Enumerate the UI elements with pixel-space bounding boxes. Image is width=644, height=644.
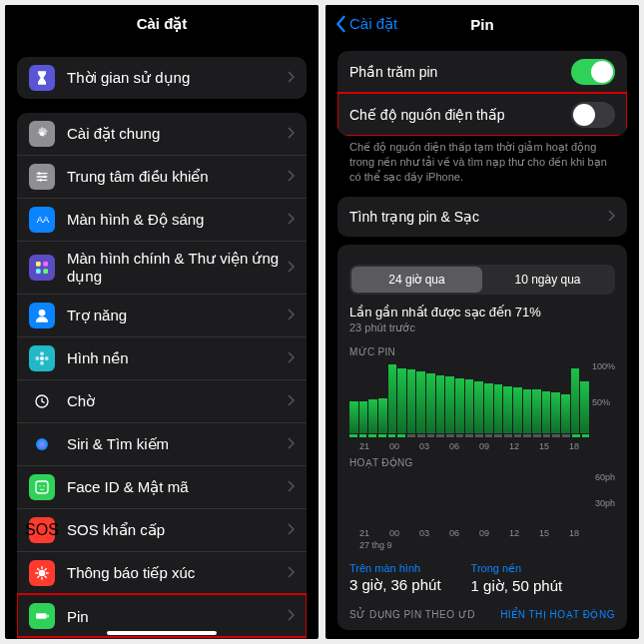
chevron-right-icon bbox=[287, 564, 295, 582]
settings-row-person[interactable]: Trợ năng bbox=[17, 294, 307, 336]
y-axis-labels: 100%50% bbox=[592, 361, 615, 433]
y-axis-labels: 60ph30ph bbox=[595, 472, 615, 524]
row-low-power-mode[interactable]: Chế độ nguồn điện thấp bbox=[337, 93, 627, 136]
svg-rect-5 bbox=[36, 262, 41, 267]
settings-row-clock[interactable]: Chờ bbox=[17, 379, 307, 422]
svg-rect-21 bbox=[36, 613, 47, 618]
svg-rect-6 bbox=[43, 262, 48, 267]
sun-icon: AA bbox=[29, 207, 55, 233]
clock-icon bbox=[29, 388, 55, 414]
chart-title: Lần gần nhất được sạc đến 71% bbox=[349, 305, 615, 320]
battery-content[interactable]: Phần trăm pin Chế độ nguồn điện thấp Chế… bbox=[325, 43, 639, 639]
home-indicator[interactable] bbox=[107, 631, 217, 635]
settings-row-siri[interactable]: Siri & Tìm kiếm bbox=[17, 422, 307, 465]
settings-row-sos[interactable]: SOSSOS khẩn cấp bbox=[17, 508, 307, 551]
row-label: Hình nền bbox=[67, 349, 287, 367]
svg-point-9 bbox=[39, 310, 46, 317]
low-power-footnote: Chế độ nguồn điện thấp tạm thời giảm hoạ… bbox=[337, 140, 627, 185]
svg-rect-8 bbox=[43, 269, 48, 274]
show-activity-button[interactable]: HIỂN THỊ HOẠT ĐỘNG bbox=[500, 609, 615, 620]
row-label: Tình trạng pin & Sạc bbox=[349, 209, 607, 225]
chevron-right-icon bbox=[607, 208, 615, 226]
row-label: Chế độ nguồn điện thấp bbox=[349, 107, 571, 123]
settings-row-hand[interactable]: Quyền riêng tư & Bảo mật bbox=[17, 637, 307, 639]
chevron-right-icon bbox=[287, 168, 295, 186]
chevron-right-icon bbox=[287, 259, 295, 277]
toggle-low-power-mode[interactable] bbox=[571, 102, 615, 128]
row-label: Thông báo tiếp xúc bbox=[67, 564, 287, 582]
segment-24h[interactable]: 24 giờ qua bbox=[351, 267, 482, 293]
svg-point-13 bbox=[35, 356, 39, 360]
segment-10d[interactable]: 10 ngày qua bbox=[482, 267, 613, 293]
settings-list[interactable]: Thời gian sử dụngCài đặt chungTrung tâm … bbox=[5, 43, 319, 639]
chevron-left-icon bbox=[333, 15, 347, 33]
usage-footer: SỬ DỤNG PIN THEO ƯD HIỂN THỊ HOẠT ĐỘNG bbox=[349, 609, 615, 620]
settings-row-sliders[interactable]: Trung tâm điều khiển bbox=[17, 155, 307, 198]
svg-rect-22 bbox=[47, 615, 48, 618]
row-label: Thời gian sử dụng bbox=[67, 69, 287, 87]
chart-subtitle: 23 phút trước bbox=[349, 322, 615, 334]
battery-chart-card: 24 giờ qua 10 ngày qua Lần gần nhất được… bbox=[337, 245, 627, 630]
segmented-control[interactable]: 24 giờ qua 10 ngày qua bbox=[349, 265, 615, 295]
gear-icon bbox=[29, 121, 55, 147]
svg-point-1 bbox=[38, 172, 41, 175]
settings-row-faceid[interactable]: Face ID & Mật mã bbox=[17, 465, 307, 508]
row-label: Cài đặt chung bbox=[67, 125, 287, 143]
svg-point-20 bbox=[39, 570, 46, 577]
stat-screen-on: Trên màn hình 3 giờ, 36 phút bbox=[349, 562, 441, 595]
back-label: Cài đặt bbox=[349, 15, 397, 33]
svg-rect-17 bbox=[36, 481, 48, 493]
battery-level-chart: 100%50% bbox=[349, 361, 615, 433]
siri-icon bbox=[29, 431, 55, 457]
toggle-battery-percentage[interactable] bbox=[571, 59, 615, 85]
svg-point-19 bbox=[43, 485, 44, 486]
svg-rect-7 bbox=[36, 269, 41, 274]
chevron-right-icon bbox=[287, 392, 295, 410]
battery-icon bbox=[29, 603, 55, 629]
settings-row-gear[interactable]: Cài đặt chung bbox=[17, 113, 307, 155]
row-battery-percentage[interactable]: Phần trăm pin bbox=[337, 51, 627, 93]
x-date-label: 27 thg 9 bbox=[349, 540, 615, 550]
settings-row-grid[interactable]: Màn hình chính & Thư viện ứng dụng bbox=[17, 241, 307, 294]
hourglass-icon bbox=[29, 65, 55, 91]
row-label: Phần trăm pin bbox=[349, 64, 571, 80]
grid-icon bbox=[29, 255, 55, 281]
stat-background: Trong nền 1 giờ, 50 phút bbox=[471, 562, 563, 595]
row-battery-health[interactable]: Tình trạng pin & Sạc bbox=[337, 197, 627, 237]
chevron-right-icon bbox=[287, 349, 295, 367]
chevron-right-icon bbox=[287, 521, 295, 539]
svg-point-12 bbox=[40, 361, 44, 365]
navbar: Cài đặt bbox=[5, 5, 319, 43]
settings-row-sun[interactable]: AAMàn hình & Độ sáng bbox=[17, 198, 307, 241]
row-label: Pin bbox=[67, 608, 287, 625]
settings-row-hourglass[interactable]: Thời gian sử dụng bbox=[17, 57, 307, 99]
activity-label: HOẠT ĐỘNG bbox=[349, 457, 615, 468]
stat-label: Trên màn hình bbox=[349, 562, 441, 574]
virus-icon bbox=[29, 560, 55, 586]
row-label: Màn hình & Độ sáng bbox=[67, 211, 287, 229]
svg-point-18 bbox=[39, 485, 40, 486]
svg-point-2 bbox=[43, 176, 46, 179]
back-button[interactable]: Cài đặt bbox=[333, 15, 397, 33]
chevron-right-icon bbox=[287, 607, 295, 625]
svg-point-11 bbox=[40, 351, 44, 355]
x-axis-labels: 2100030609121518 bbox=[349, 441, 615, 451]
svg-point-14 bbox=[45, 356, 49, 360]
x-axis-labels: 2100030609121518 bbox=[349, 528, 615, 538]
row-label: SOS khẩn cấp bbox=[67, 521, 287, 539]
svg-point-3 bbox=[39, 179, 42, 182]
sliders-icon bbox=[29, 164, 55, 190]
row-label: Màn hình chính & Thư viện ứng dụng bbox=[67, 250, 287, 286]
sos-icon: SOS bbox=[29, 517, 55, 543]
svg-point-16 bbox=[36, 438, 48, 450]
stat-label: Trong nền bbox=[471, 562, 563, 575]
stat-value: 3 giờ, 36 phút bbox=[349, 576, 441, 594]
svg-point-10 bbox=[40, 356, 44, 360]
settings-row-flower[interactable]: Hình nền bbox=[17, 336, 307, 379]
faceid-icon bbox=[29, 474, 55, 500]
settings-row-virus[interactable]: Thông báo tiếp xúc bbox=[17, 551, 307, 594]
chevron-right-icon bbox=[287, 478, 295, 496]
row-label: Face ID & Mật mã bbox=[67, 478, 287, 496]
chevron-right-icon bbox=[287, 125, 295, 143]
stat-value: 1 giờ, 50 phút bbox=[471, 577, 563, 595]
